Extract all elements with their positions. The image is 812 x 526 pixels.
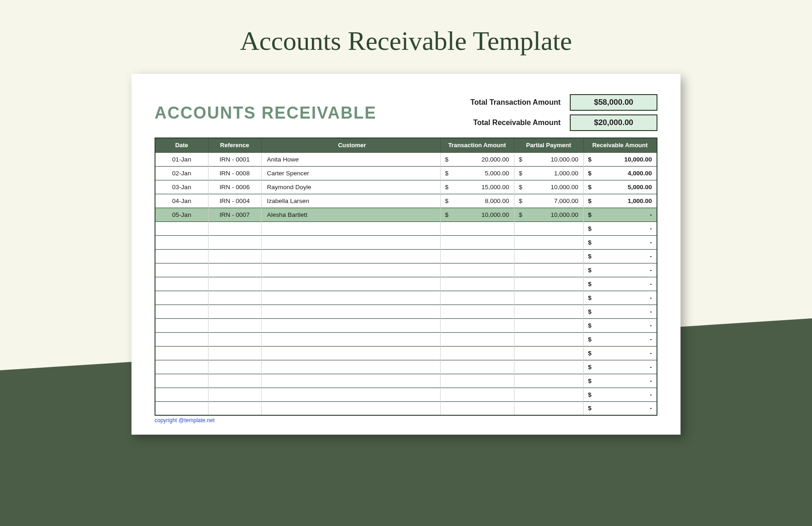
empty-cell bbox=[208, 388, 261, 401]
money-cell: $- bbox=[583, 318, 657, 332]
empty-cell bbox=[440, 221, 514, 235]
table-row-empty: $- bbox=[155, 360, 657, 374]
table-row-empty: $- bbox=[155, 346, 657, 360]
empty-cell bbox=[208, 291, 261, 305]
col-header-transaction: Transaction Amount bbox=[440, 138, 514, 152]
money-cell: $1,000.00 bbox=[583, 194, 657, 208]
empty-cell bbox=[155, 221, 208, 235]
empty-cell bbox=[155, 360, 208, 374]
table-row: 02-JanIRN - 0008Carter Spencer$5,000.00$… bbox=[155, 166, 657, 180]
empty-cell bbox=[440, 235, 514, 249]
table-row-empty: $- bbox=[155, 374, 657, 388]
cell-date: 03-Jan bbox=[155, 180, 208, 194]
empty-cell bbox=[440, 401, 514, 415]
empty-cell bbox=[514, 374, 583, 388]
table-row-empty: $- bbox=[155, 388, 657, 401]
col-header-customer: Customer bbox=[261, 138, 440, 152]
card-header: ACCOUNTS RECEIVABLE Total Transaction Am… bbox=[155, 94, 657, 131]
empty-cell bbox=[261, 221, 440, 235]
empty-cell bbox=[208, 332, 261, 346]
empty-cell bbox=[261, 360, 440, 374]
table-row-empty: $- bbox=[155, 318, 657, 332]
money-cell: $- bbox=[583, 332, 657, 346]
money-cell: $- bbox=[583, 291, 657, 305]
empty-cell bbox=[155, 318, 208, 332]
col-header-receivable: Receivable Amount bbox=[583, 138, 657, 152]
empty-cell bbox=[155, 249, 208, 263]
table-row-empty: $- bbox=[155, 291, 657, 305]
cell-reference: IRN - 0001 bbox=[208, 152, 261, 166]
total-transaction-label: Total Transaction Amount bbox=[470, 98, 561, 107]
empty-cell bbox=[440, 318, 514, 332]
table-row: 05-JanIRN - 0007Alesha Bartlett$10,000.0… bbox=[155, 208, 657, 221]
empty-cell bbox=[261, 332, 440, 346]
empty-cell bbox=[261, 263, 440, 277]
money-cell: $10,000.00 bbox=[514, 180, 583, 194]
money-cell: $- bbox=[583, 263, 657, 277]
empty-cell bbox=[208, 305, 261, 318]
accounts-table: Date Reference Customer Transaction Amou… bbox=[155, 137, 657, 416]
money-cell: $10,000.00 bbox=[514, 152, 583, 166]
empty-cell bbox=[155, 346, 208, 360]
money-cell: $10,000.00 bbox=[583, 152, 657, 166]
empty-cell bbox=[514, 360, 583, 374]
money-cell: $- bbox=[583, 360, 657, 374]
empty-cell bbox=[155, 401, 208, 415]
table-row-empty: $- bbox=[155, 305, 657, 318]
empty-cell bbox=[261, 346, 440, 360]
empty-cell bbox=[514, 263, 583, 277]
empty-cell bbox=[514, 249, 583, 263]
sheet-title: ACCOUNTS RECEIVABLE bbox=[155, 94, 376, 123]
money-cell: $- bbox=[583, 401, 657, 415]
cell-reference: IRN - 0008 bbox=[208, 166, 261, 180]
empty-cell bbox=[440, 277, 514, 291]
money-cell: $10,000.00 bbox=[440, 208, 514, 221]
total-transaction-value: $58,000.00 bbox=[570, 94, 657, 111]
empty-cell bbox=[514, 277, 583, 291]
total-receivable-value: $20,000.00 bbox=[570, 114, 657, 131]
empty-cell bbox=[208, 401, 261, 415]
empty-cell bbox=[440, 263, 514, 277]
money-cell: $7,000.00 bbox=[514, 194, 583, 208]
table-row-empty: $- bbox=[155, 277, 657, 291]
empty-cell bbox=[514, 388, 583, 401]
money-cell: $- bbox=[583, 346, 657, 360]
cell-date: 04-Jan bbox=[155, 194, 208, 208]
empty-cell bbox=[514, 305, 583, 318]
empty-cell bbox=[440, 305, 514, 318]
empty-cell bbox=[440, 388, 514, 401]
money-cell: $- bbox=[583, 249, 657, 263]
copyright-text: copyright @template.net bbox=[155, 417, 657, 424]
money-cell: $- bbox=[583, 277, 657, 291]
template-card: ACCOUNTS RECEIVABLE Total Transaction Am… bbox=[131, 74, 681, 435]
money-cell: $- bbox=[583, 374, 657, 388]
cell-customer: Carter Spencer bbox=[261, 166, 440, 180]
empty-cell bbox=[261, 388, 440, 401]
money-cell: $1,000.00 bbox=[514, 166, 583, 180]
empty-cell bbox=[514, 291, 583, 305]
cell-date: 01-Jan bbox=[155, 152, 208, 166]
cell-customer: Izabella Larsen bbox=[261, 194, 440, 208]
empty-cell bbox=[155, 305, 208, 318]
cell-customer: Alesha Bartlett bbox=[261, 208, 440, 221]
empty-cell bbox=[208, 263, 261, 277]
empty-cell bbox=[155, 263, 208, 277]
empty-cell bbox=[440, 332, 514, 346]
empty-cell bbox=[440, 360, 514, 374]
empty-cell bbox=[261, 318, 440, 332]
empty-cell bbox=[155, 235, 208, 249]
empty-cell bbox=[440, 291, 514, 305]
money-cell: $8,000.00 bbox=[440, 194, 514, 208]
total-receivable-label: Total Receivable Amount bbox=[473, 119, 561, 127]
money-cell: $- bbox=[583, 208, 657, 221]
money-cell: $- bbox=[583, 305, 657, 318]
table-row: 01-JanIRN - 0001Anita Howe$20,000.00$10,… bbox=[155, 152, 657, 166]
table-header-row: Date Reference Customer Transaction Amou… bbox=[155, 138, 657, 152]
empty-cell bbox=[208, 249, 261, 263]
cell-date: 05-Jan bbox=[155, 208, 208, 221]
col-header-date: Date bbox=[155, 138, 208, 152]
table-row-empty: $- bbox=[155, 235, 657, 249]
cell-customer: Raymond Doyle bbox=[261, 180, 440, 194]
empty-cell bbox=[155, 291, 208, 305]
empty-cell bbox=[261, 305, 440, 318]
